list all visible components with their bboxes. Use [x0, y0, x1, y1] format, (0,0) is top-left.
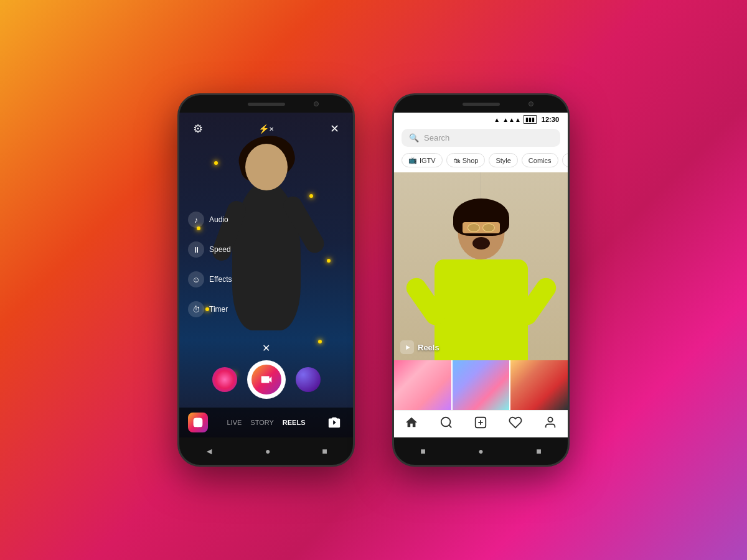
search-box[interactable]: 🔍 Search — [402, 129, 560, 147]
right-phone-bottom-bar: ■ ● ■ — [394, 437, 568, 465]
flash-button[interactable]: ⚡✕ — [256, 119, 276, 139]
tv-movies-filter-tab[interactable]: 🎬 TV & Movies — [562, 153, 568, 167]
audio-menu-item[interactable]: ♪ Audio — [188, 212, 232, 228]
battery-icon: ▮▮▮ — [524, 115, 537, 124]
left-phone: ⚙ ⚡✕ ✕ ♪ Audio ⏸ Speed — [177, 93, 355, 467]
green-hoodie — [435, 259, 528, 360]
right-recent-nav[interactable]: ■ — [420, 446, 425, 456]
thumbnail-skate[interactable] — [510, 360, 568, 410]
dancer-head — [245, 144, 288, 190]
igtv-filter-tab[interactable]: 📺 IGTV — [402, 153, 443, 167]
left-phone-notch — [179, 95, 353, 113]
reels-label: Reels — [400, 340, 439, 354]
left-phone-bottom-bar: ◄ ● ■ — [179, 437, 353, 465]
svg-point-4 — [548, 418, 552, 422]
filter-pink-button[interactable] — [212, 367, 237, 392]
audio-label: Audio — [209, 215, 228, 224]
right-home-nav[interactable]: ● — [478, 446, 483, 456]
filter-tabs: 📺 IGTV 🛍 Shop Style Comics 🎬 — [394, 151, 568, 172]
style-filter-tab[interactable]: Style — [489, 153, 517, 167]
shutter-button[interactable] — [247, 360, 286, 399]
right-back-nav[interactable]: ■ — [536, 446, 541, 456]
reels-icon — [400, 340, 414, 354]
reels-mode-tab[interactable]: REELS — [283, 419, 306, 426]
recent-nav-btn[interactable]: ■ — [322, 446, 327, 456]
left-phone-screen: ⚙ ⚡✕ ✕ ♪ Audio ⏸ Speed — [179, 113, 353, 437]
flip-camera-button[interactable] — [324, 413, 344, 432]
shop-icon: 🛍 — [453, 157, 460, 164]
shop-filter-tab[interactable]: 🛍 Shop — [446, 153, 486, 167]
timer-menu-item[interactable]: ⏱ Timer — [188, 301, 232, 317]
effects-menu-item[interactable]: ☺ Effects — [188, 271, 232, 287]
sparkle — [309, 194, 313, 198]
reels-shutter-icon — [251, 365, 281, 394]
effects-label: Effects — [209, 275, 232, 284]
close-camera-button[interactable]: ✕ — [324, 119, 344, 139]
comics-filter-tab[interactable]: Comics — [522, 153, 558, 167]
profile-nav-icon[interactable] — [543, 416, 557, 432]
search-icon: 🔍 — [409, 133, 419, 142]
main-container: ⚙ ⚡✕ ✕ ♪ Audio ⏸ Speed — [0, 0, 747, 560]
speed-label: Speed — [209, 245, 231, 254]
back-nav-btn[interactable]: ◄ — [205, 446, 214, 456]
camera-bottom: ✕ — [179, 342, 353, 437]
sunglasses-right — [482, 223, 495, 232]
camera-right-menu: ♪ Audio ⏸ Speed ☺ Effects ⏱ Timer — [188, 212, 232, 317]
bottom-nav — [394, 410, 568, 437]
timer-label: Timer — [209, 305, 228, 314]
speed-menu-item[interactable]: ⏸ Speed — [188, 241, 232, 258]
status-time: 12:30 — [542, 116, 559, 123]
thumbnail-couple[interactable] — [453, 360, 510, 410]
heart-nav-icon[interactable] — [509, 416, 522, 432]
right-phone-screen: ▲ ▲▲▲ ▮▮▮ 12:30 🔍 Search 📺 — [394, 113, 568, 437]
live-mode-tab[interactable]: LIVE — [227, 419, 242, 426]
sunglasses — [467, 223, 480, 232]
speed-icon: ⏸ — [188, 241, 204, 258]
instagram-reels-icon — [188, 413, 208, 432]
front-camera — [314, 101, 319, 106]
speaker — [248, 103, 285, 106]
igtv-icon: 📺 — [408, 156, 417, 164]
audio-icon: ♪ — [188, 212, 204, 228]
home-nav-btn[interactable]: ● — [265, 446, 270, 456]
mouth — [472, 237, 490, 250]
mode-tabs: LIVE STORY REELS — [227, 419, 305, 426]
wifi-icon: ▲ — [494, 116, 500, 123]
close-x[interactable]: ✕ — [179, 342, 353, 354]
face-area — [463, 222, 500, 233]
camera-screen: ⚙ ⚡✕ ✕ ♪ Audio ⏸ Speed — [179, 113, 353, 437]
status-bar: ▲ ▲▲▲ ▮▮▮ 12:30 — [394, 113, 568, 125]
sparkle — [327, 259, 331, 263]
home-nav-icon[interactable] — [405, 416, 418, 432]
main-video-area[interactable]: Reels — [394, 172, 568, 360]
search-placeholder: Search — [424, 133, 449, 142]
video-content — [394, 172, 568, 360]
settings-button[interactable]: ⚙ — [188, 119, 208, 139]
right-speaker — [463, 103, 500, 106]
add-nav-icon[interactable] — [474, 416, 487, 432]
timer-icon: ⏱ — [188, 301, 204, 317]
explore-nav-icon[interactable] — [439, 416, 453, 432]
sparkle — [214, 161, 218, 165]
camera-controls — [179, 360, 353, 399]
filter-purple-button[interactable] — [296, 367, 321, 392]
signal-icon: ▲▲▲ — [502, 116, 521, 123]
camera-top-bar: ⚙ ⚡✕ ✕ — [179, 113, 353, 145]
status-icons: ▲ ▲▲▲ ▮▮▮ 12:30 — [494, 115, 559, 124]
thumbnail-flowers[interactable] — [394, 360, 451, 410]
right-phone-notch — [394, 95, 568, 113]
right-phone: ▲ ▲▲▲ ▮▮▮ 12:30 🔍 Search 📺 — [392, 93, 570, 467]
explore-screen: ▲ ▲▲▲ ▮▮▮ 12:30 🔍 Search 📺 — [394, 113, 568, 437]
svg-point-0 — [441, 418, 450, 427]
story-mode-tab[interactable]: STORY — [250, 419, 274, 426]
effects-icon: ☺ — [188, 271, 204, 287]
search-bar-container: 🔍 Search — [394, 125, 568, 151]
thumbnail-row — [394, 360, 568, 410]
right-front-camera — [529, 101, 533, 106]
camera-mode-bar: LIVE STORY REELS — [179, 408, 353, 437]
